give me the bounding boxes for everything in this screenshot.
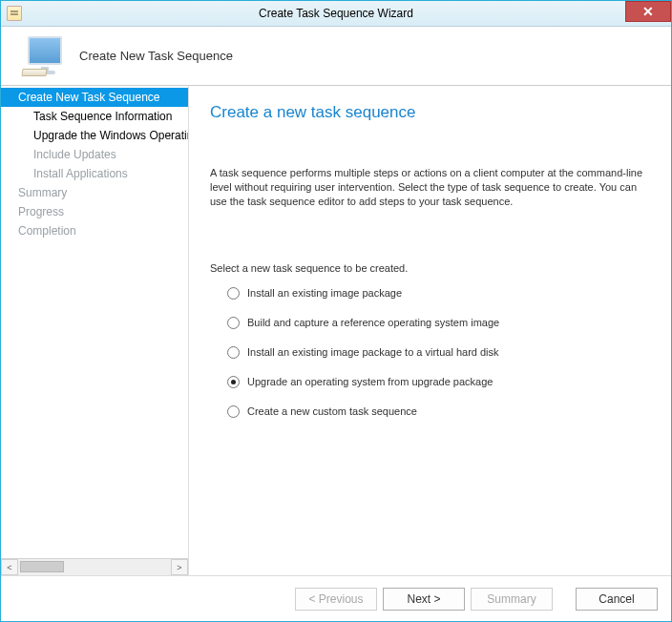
nav-install-applications[interactable]: Install Applications	[1, 164, 188, 183]
header: Create New Task Sequence	[1, 27, 671, 86]
scroll-left-button[interactable]: <	[1, 559, 18, 575]
nav-create-new-task-sequence[interactable]: Create New Task Sequence	[1, 88, 188, 107]
titlebar[interactable]: Create Task Sequence Wizard ✕	[1, 1, 671, 27]
radio-icon	[227, 317, 240, 329]
header-subtitle: Create New Task Sequence	[79, 49, 233, 63]
body: Create New Task Sequence Task Sequence I…	[1, 86, 671, 575]
wizard-window: Create Task Sequence Wizard ✕ Create New…	[0, 0, 672, 622]
cancel-button[interactable]: Cancel	[576, 588, 658, 611]
close-button[interactable]: ✕	[625, 1, 671, 22]
option-label: Create a new custom task sequence	[247, 405, 417, 417]
radio-group: Install an existing image package Build …	[210, 287, 652, 435]
nav-progress[interactable]: Progress	[1, 202, 188, 221]
nav-task-sequence-information[interactable]: Task Sequence Information	[1, 107, 188, 126]
option-label: Install an existing image package to a v…	[247, 346, 499, 358]
radio-icon	[227, 287, 240, 300]
page-description: A task sequence performs multiple steps …	[210, 166, 652, 209]
scroll-thumb[interactable]	[20, 561, 64, 572]
option-label: Upgrade an operating system from upgrade…	[247, 376, 493, 387]
footer: < Previous Next > Summary Cancel	[1, 575, 671, 621]
option-build-and-capture[interactable]: Build and capture a reference operating …	[227, 317, 652, 329]
option-install-to-vhd[interactable]: Install an existing image package to a v…	[227, 346, 652, 359]
sidebar-horizontal-scrollbar[interactable]: < >	[1, 558, 188, 575]
nav-list: Create New Task Sequence Task Sequence I…	[1, 86, 188, 558]
option-custom-task-sequence[interactable]: Create a new custom task sequence	[227, 405, 652, 418]
option-upgrade-os[interactable]: Upgrade an operating system from upgrade…	[227, 376, 652, 388]
radio-icon	[227, 376, 240, 388]
nav-upgrade-windows-os[interactable]: Upgrade the Windows Operating System	[1, 126, 188, 145]
radio-icon	[227, 346, 240, 359]
prompt-text: Select a new task sequence to be created…	[210, 262, 652, 274]
nav-summary[interactable]: Summary	[1, 183, 188, 202]
scroll-right-button[interactable]: >	[171, 559, 188, 575]
summary-button[interactable]: Summary	[471, 588, 553, 611]
close-icon: ✕	[642, 4, 654, 19]
option-install-existing-image[interactable]: Install an existing image package	[227, 287, 652, 300]
nav-include-updates[interactable]: Include Updates	[1, 145, 188, 164]
scroll-track[interactable]	[18, 559, 171, 575]
sidebar: Create New Task Sequence Task Sequence I…	[1, 86, 189, 575]
content-panel: Create a new task sequence A task sequen…	[189, 86, 671, 575]
nav-completion[interactable]: Completion	[1, 221, 188, 240]
window-title: Create Task Sequence Wizard	[1, 7, 671, 20]
option-label: Install an existing image package	[247, 287, 402, 299]
previous-button[interactable]: < Previous	[295, 588, 377, 611]
page-heading: Create a new task sequence	[210, 103, 652, 122]
option-label: Build and capture a reference operating …	[247, 317, 499, 328]
radio-icon	[227, 405, 240, 418]
computer-icon	[22, 36, 68, 76]
next-button[interactable]: Next >	[383, 588, 465, 611]
